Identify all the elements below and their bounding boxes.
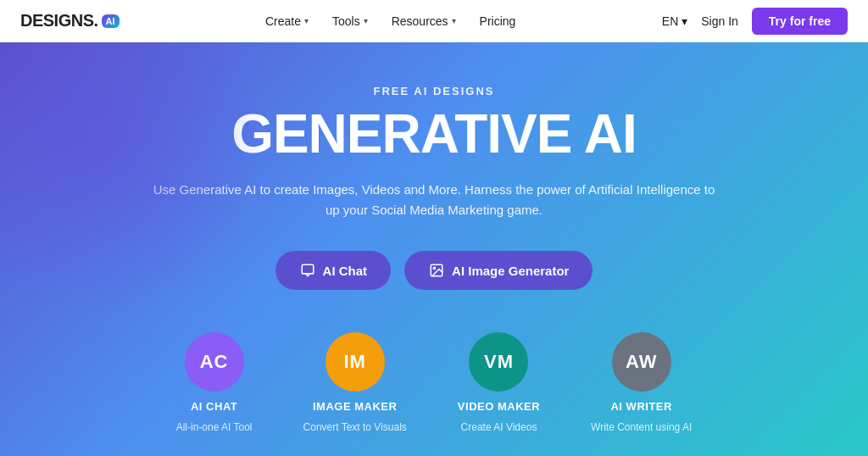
svg-rect-0 <box>302 264 314 274</box>
nav-links: Create ▾ Tools ▾ Resources ▾ Pricing <box>265 14 515 28</box>
chevron-down-icon: ▾ <box>304 16 309 25</box>
try-for-free-button[interactable]: Try for free <box>752 8 848 35</box>
hero-subtitle: Use Generative AI to create Images, Vide… <box>146 180 722 220</box>
tool-title-plain: AI <box>610 400 626 413</box>
chevron-down-icon: ▾ <box>682 14 687 28</box>
tool-card-image-maker[interactable]: IM IMAGE MAKER Convert Text to Visuals <box>303 332 407 433</box>
tool-title-plain: AI <box>191 400 206 413</box>
logo[interactable]: DESIGNS.AI <box>20 11 120 31</box>
nav-resources[interactable]: Resources ▾ <box>392 14 456 28</box>
ai-chat-button-label: AI Chat <box>323 264 368 278</box>
tool-card-ai-chat[interactable]: AC AI CHAT All-in-one AI Tool <box>176 332 253 433</box>
nav-right: EN ▾ Sign In Try for free <box>662 8 848 35</box>
hero-title: GENERATIVE AI <box>231 106 637 163</box>
logo-badge: AI <box>102 14 120 28</box>
chevron-down-icon: ▾ <box>452 16 456 25</box>
hero-eyebrow: FREE AI DESIGNS <box>374 85 495 97</box>
nav-pricing[interactable]: Pricing <box>480 14 516 28</box>
ai-image-generator-button[interactable]: AI Image Generator <box>404 251 593 290</box>
tool-card-ai-writer[interactable]: AW AI WRITER Write Content using AI <box>591 332 692 433</box>
nav-create[interactable]: Create ▾ <box>265 14 309 28</box>
ai-chat-button[interactable]: AI Chat <box>275 251 392 290</box>
tool-avatar-vm: VM <box>469 332 528 392</box>
image-icon <box>428 262 445 279</box>
tools-row: AC AI CHAT All-in-one AI Tool IM IMAGE M… <box>176 332 693 433</box>
svg-point-2 <box>433 267 435 269</box>
nav-pricing-label: Pricing <box>480 14 516 28</box>
ai-image-generator-button-label: AI Image Generator <box>452 264 569 278</box>
tool-desc-image-maker: Convert Text to Visuals <box>303 421 407 433</box>
tool-title-video-maker: VIDEO MAKER <box>458 400 540 413</box>
tool-avatar-im: IM <box>326 332 385 392</box>
tool-desc-video-maker: Create AI Videos <box>461 421 537 433</box>
tool-title-plain: VIDEO <box>458 400 498 413</box>
tool-card-video-maker[interactable]: VM VIDEO MAKER Create AI Videos <box>458 332 540 433</box>
nav-tools-label: Tools <box>332 14 360 28</box>
tool-title-plain: IMAGE <box>313 400 354 413</box>
nav-tools[interactable]: Tools ▾ <box>332 14 368 28</box>
tool-title-ai-chat: AI CHAT <box>191 400 237 413</box>
logo-text: DESIGNS. <box>20 11 98 31</box>
hero-buttons: AI Chat AI Image Generator <box>275 251 593 290</box>
hero-section: FREE AI DESIGNS GENERATIVE AI Use Genera… <box>0 42 868 456</box>
tool-avatar-ac: AC <box>185 332 244 392</box>
tool-title-image-maker: IMAGE MAKER <box>313 400 397 413</box>
chat-icon <box>299 262 316 279</box>
chevron-down-icon: ▾ <box>364 16 368 25</box>
language-label: EN <box>662 14 678 28</box>
nav-resources-label: Resources <box>392 14 448 28</box>
language-selector[interactable]: EN ▾ <box>662 14 687 28</box>
signin-link[interactable]: Sign In <box>701 14 738 28</box>
tool-title-ai-writer: AI WRITER <box>610 400 671 413</box>
nav-create-label: Create <box>265 14 301 28</box>
tool-avatar-aw: AW <box>612 332 671 392</box>
navbar: DESIGNS.AI Create ▾ Tools ▾ Resources ▾ … <box>0 0 868 42</box>
tool-desc-ai-writer: Write Content using AI <box>591 421 692 433</box>
tool-desc-ai-chat: All-in-one AI Tool <box>176 421 253 433</box>
